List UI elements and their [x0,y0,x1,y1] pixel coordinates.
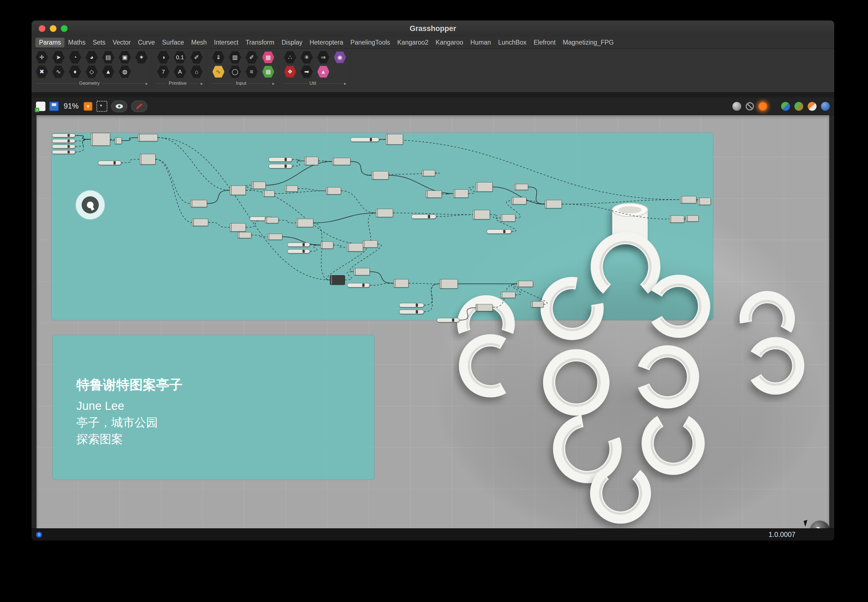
component-icon[interactable]: ✐ [190,51,203,64]
component-node[interactable] [267,234,282,240]
component-icon[interactable]: ❖ [284,65,296,78]
menu-tab-human[interactable]: Human [467,38,495,48]
slider-grip[interactable] [67,150,70,154]
component-icon[interactable]: ◯ [229,65,241,78]
component-node[interactable] [386,134,403,144]
component-node[interactable] [252,182,266,189]
slider-grip[interactable] [362,284,365,287]
number-slider-node[interactable] [350,137,379,142]
component-node[interactable] [426,190,442,198]
component-node[interactable] [140,154,156,164]
component-node[interactable] [475,304,493,311]
component-node[interactable] [263,190,275,197]
component-node[interactable] [230,223,246,232]
component-node[interactable] [500,292,515,298]
component-icon[interactable]: ▥ [229,51,241,64]
component-icon[interactable]: ✳ [300,51,313,64]
group-expand-icon[interactable]: ▸ [344,81,346,86]
component-node[interactable] [453,189,468,198]
component-icon[interactable]: ◇ [85,65,98,78]
number-slider-node[interactable] [411,214,436,219]
menu-tab-display[interactable]: Display [278,38,306,48]
slider-grip[interactable] [428,215,430,218]
preview-off-button[interactable] [746,102,754,111]
menu-tab-curve[interactable]: Curve [134,38,158,48]
component-icon[interactable]: ⇓ [212,51,225,64]
slider-grip[interactable] [416,304,418,307]
grasshopper-canvas[interactable]: 特鲁谢特图案亭子 June Lee亭子，城市公园探索图案 [37,115,829,541]
component-node[interactable] [304,157,318,165]
slider-grip[interactable] [67,145,70,148]
component-node[interactable] [354,268,370,275]
slider-grip[interactable] [67,134,70,137]
display-mode-4-button[interactable] [821,102,830,111]
component-node[interactable] [326,187,341,194]
group-expand-icon[interactable]: ▸ [272,81,275,86]
component-icon[interactable]: ▲ [102,65,115,78]
component-icon[interactable]: ◕ [85,51,98,64]
component-node[interactable] [230,186,246,195]
component-icon[interactable]: ◉ [334,51,346,64]
component-node[interactable] [473,210,490,219]
component-node[interactable] [371,171,389,180]
component-node[interactable] [347,243,363,252]
slider-grip[interactable] [370,138,372,141]
number-slider-node[interactable] [268,164,292,168]
component-icon[interactable]: ∿ [52,65,65,78]
menu-tab-vector[interactable]: Vector [109,38,134,48]
zoom-dropdown-button[interactable]: ▾ [84,102,92,111]
number-slider-node[interactable] [287,243,310,247]
remote-control-panel[interactable] [76,190,104,219]
component-icon[interactable]: ∴ [284,51,296,64]
slider-grip[interactable] [67,140,70,142]
component-icon[interactable]: ▤ [102,51,115,64]
number-slider-node[interactable] [347,283,370,287]
component-icon[interactable]: ▩ [262,51,275,64]
component-icon[interactable]: ◔ [69,51,81,64]
component-node[interactable] [192,219,208,226]
menu-tab-kangaroo2[interactable]: Kangaroo2 [394,38,432,48]
menu-tab-maths[interactable]: Maths [64,38,89,48]
number-slider-node[interactable] [52,144,75,148]
group-expand-icon[interactable]: ▸ [201,81,203,86]
sketch-tool-button[interactable] [96,101,107,112]
component-node[interactable] [91,133,110,146]
component-icon[interactable]: ✛ [35,51,48,64]
component-icon[interactable]: ♦ [69,65,81,78]
component-node[interactable] [296,219,313,227]
component-node[interactable] [138,134,158,141]
component-node[interactable] [545,200,562,208]
slider-grip[interactable] [285,158,287,161]
display-mode-1-button[interactable] [781,102,790,111]
component-icon[interactable]: 7 [157,65,170,78]
component-icon[interactable]: ∿ [212,65,225,78]
menu-tab-transform[interactable]: Transform [242,38,278,48]
status-icon[interactable]: 0 [36,532,42,538]
component-icon[interactable]: ✐ [245,51,258,64]
component-icon[interactable]: ✖ [35,65,48,78]
number-slider-node[interactable] [268,157,292,162]
component-node[interactable] [376,209,393,217]
new-document-button[interactable]: + [36,101,45,111]
component-node[interactable] [321,241,333,249]
component-node[interactable] [531,301,544,307]
display-mode-3-button[interactable] [808,102,816,111]
number-slider-node[interactable] [287,249,310,253]
component-node[interactable] [115,137,122,144]
component-icon[interactable]: ⇒ [317,51,330,64]
menu-tab-mesh[interactable]: Mesh [188,38,210,48]
save-button[interactable] [49,101,59,111]
component-node[interactable] [363,240,377,247]
component-node[interactable] [669,215,684,223]
component-node[interactable] [440,279,458,289]
number-slider-node[interactable] [486,229,512,234]
component-icon[interactable]: ✶ [135,51,148,64]
group-expand-icon[interactable]: ▸ [146,81,148,86]
component-icon[interactable]: ⌂ [190,65,203,78]
component-icon[interactable]: ≡ [245,65,258,78]
component-node[interactable] [238,232,252,238]
component-node[interactable] [475,182,493,192]
component-icon[interactable]: ▣ [118,51,131,64]
slider-grip[interactable] [416,310,418,313]
component-icon[interactable]: ◑ [157,51,170,64]
